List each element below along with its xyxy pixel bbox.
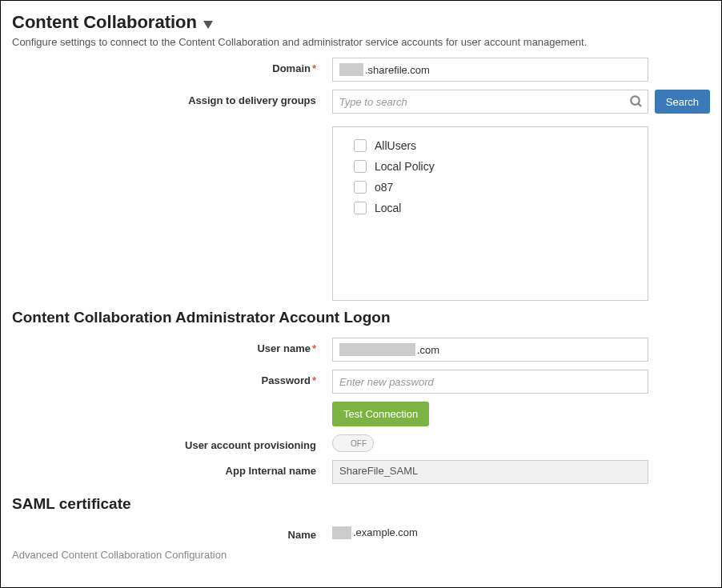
username-label: User name* (12, 338, 332, 354)
username-input[interactable]: .com (332, 338, 648, 362)
domain-label: Domain* (12, 58, 332, 74)
group-label: AllUsers (375, 139, 416, 152)
svg-point-0 (631, 96, 640, 105)
search-button[interactable]: Search (655, 90, 710, 114)
app-internal-name-field: ShareFile_SAML (332, 460, 648, 484)
svg-line-1 (638, 103, 641, 106)
list-item[interactable]: AllUsers (354, 135, 648, 156)
app-internal-label: App Internal name (12, 460, 332, 477)
list-item[interactable]: Local (354, 198, 648, 218)
redacted-username-prefix (339, 343, 415, 356)
delivery-groups-list: AllUsers Local Policy o87 Local (332, 126, 648, 301)
password-input[interactable] (332, 370, 648, 394)
domain-input[interactable]: .sharefile.com (332, 58, 648, 82)
page-subtitle: Configure settings to connect to the Con… (12, 36, 710, 48)
checkbox[interactable] (354, 202, 367, 214)
password-label: Password* (12, 370, 332, 386)
search-icon (629, 94, 644, 109)
group-search-input[interactable] (332, 90, 648, 114)
list-item[interactable]: Local Policy (354, 156, 648, 177)
list-item[interactable]: o87 (354, 177, 648, 198)
group-label: Local Policy (375, 160, 435, 173)
checkbox[interactable] (354, 139, 367, 152)
saml-name-value: .example.com (332, 526, 418, 539)
admin-section-title: Content Collaboration Administrator Acco… (12, 309, 710, 326)
saml-section-title: SAML certificate (12, 495, 710, 513)
title-dropdown-icon[interactable] (203, 21, 213, 29)
test-connection-button[interactable]: Test Connection (332, 402, 429, 426)
redacted-saml-prefix (332, 526, 351, 539)
group-label: o87 (375, 181, 393, 194)
redacted-domain-prefix (339, 63, 363, 76)
provisioning-label: User account provisioning (12, 434, 332, 451)
assign-groups-label: Assign to delivery groups (12, 90, 332, 106)
provisioning-toggle[interactable]: OFF (332, 434, 374, 452)
footer-link[interactable]: Advanced Content Collaboration Configura… (12, 549, 710, 561)
page-title: Content Collaboration (12, 12, 197, 33)
saml-name-label: Name (12, 524, 332, 541)
group-label: Local (375, 202, 401, 214)
toggle-label: OFF (351, 439, 367, 448)
checkbox[interactable] (354, 181, 367, 194)
checkbox[interactable] (354, 160, 367, 173)
domain-suffix: .sharefile.com (365, 64, 430, 76)
username-suffix: .com (417, 344, 439, 356)
